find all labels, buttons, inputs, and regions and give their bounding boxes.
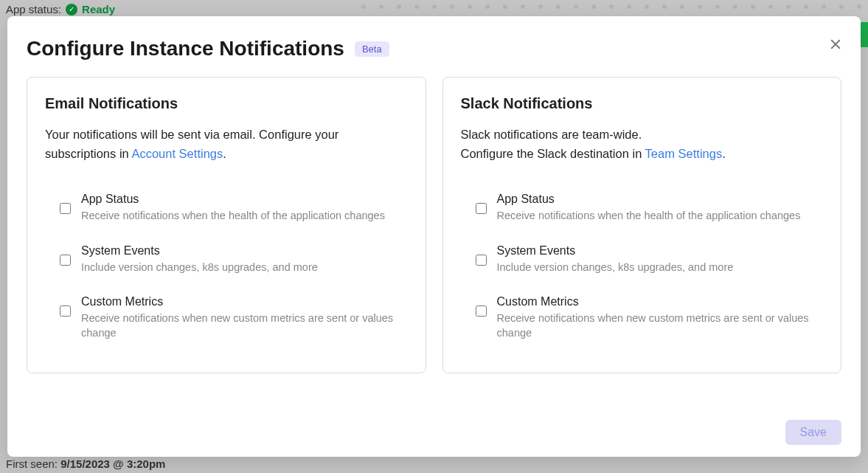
email-option-system-events: System Events Include version changes, k… xyxy=(45,234,408,286)
slack-system-events-checkbox[interactable] xyxy=(476,255,487,266)
email-panel: Email Notifications Your notifications w… xyxy=(27,77,426,373)
notifications-modal: Configure Instance Notifications Beta Em… xyxy=(7,16,861,457)
email-panel-title: Email Notifications xyxy=(45,95,408,112)
bg-first-seen-value: 9/15/2023 @ 3:20pm xyxy=(60,458,165,470)
slack-custom-metrics-checkbox[interactable] xyxy=(476,305,487,317)
account-settings-link[interactable]: Account Settings xyxy=(131,147,223,160)
slack-option-app-status: App Status Receive notifications when th… xyxy=(461,182,824,234)
email-custom-metrics-checkbox[interactable] xyxy=(60,305,71,317)
save-button[interactable]: Save xyxy=(785,420,841,445)
slack-system-events-title: System Events xyxy=(497,244,824,258)
bg-first-seen-label: First seen: xyxy=(6,458,58,470)
email-app-status-sub: Receive notifications when the health of… xyxy=(81,209,408,224)
bg-first-seen: First seen: 9/15/2023 @ 3:20pm xyxy=(6,458,165,470)
slack-app-status-title: App Status xyxy=(497,193,824,206)
email-custom-metrics-title: Custom Metrics xyxy=(81,295,408,308)
beta-badge: Beta xyxy=(355,41,389,57)
email-system-events-title: System Events xyxy=(81,244,408,258)
slack-app-status-checkbox[interactable] xyxy=(476,203,487,214)
slack-app-status-sub: Receive notifications when the health of… xyxy=(497,209,824,224)
email-system-events-sub: Include version changes, k8s upgrades, a… xyxy=(81,260,408,275)
bg-dots-decoration xyxy=(361,4,868,13)
slack-desc-post: . xyxy=(722,147,726,160)
slack-panel: Slack Notifications Slack notifications … xyxy=(442,77,842,373)
team-settings-link[interactable]: Team Settings xyxy=(645,147,723,160)
email-app-status-title: App Status xyxy=(81,193,408,206)
check-circle-icon: ✓ xyxy=(66,4,77,15)
email-system-events-checkbox[interactable] xyxy=(60,255,71,266)
bg-app-status-value: Ready xyxy=(82,3,115,15)
slack-system-events-sub: Include version changes, k8s upgrades, a… xyxy=(497,260,824,275)
email-app-status-checkbox[interactable] xyxy=(60,203,71,214)
close-icon xyxy=(829,38,842,51)
slack-custom-metrics-sub: Receive notifications when new custom me… xyxy=(497,311,824,340)
slack-option-custom-metrics: Custom Metrics Receive notifications whe… xyxy=(461,285,824,351)
bg-app-status: App status: ✓ Ready xyxy=(6,3,115,15)
bg-app-status-label: App status: xyxy=(6,3,61,15)
slack-desc-line1: Slack notifications are team-wide. xyxy=(461,128,642,141)
modal-title: Configure Instance Notifications xyxy=(27,37,344,61)
email-panel-desc: Your notifications will be sent via emai… xyxy=(45,125,408,163)
close-button[interactable] xyxy=(825,34,846,55)
panels-row: Email Notifications Your notifications w… xyxy=(27,77,841,373)
slack-custom-metrics-title: Custom Metrics xyxy=(497,295,824,308)
email-option-custom-metrics: Custom Metrics Receive notifications whe… xyxy=(45,285,408,351)
email-option-app-status: App Status Receive notifications when th… xyxy=(45,182,408,234)
slack-panel-title: Slack Notifications xyxy=(461,95,824,112)
slack-panel-desc: Slack notifications are team-wide. Confi… xyxy=(461,125,824,163)
modal-header: Configure Instance Notifications Beta xyxy=(27,37,841,61)
slack-desc-pre: Configure the Slack destination in xyxy=(461,147,645,160)
slack-option-system-events: System Events Include version changes, k… xyxy=(461,234,824,286)
email-custom-metrics-sub: Receive notifications when new custom me… xyxy=(81,311,408,340)
email-desc-post: . xyxy=(223,147,226,160)
